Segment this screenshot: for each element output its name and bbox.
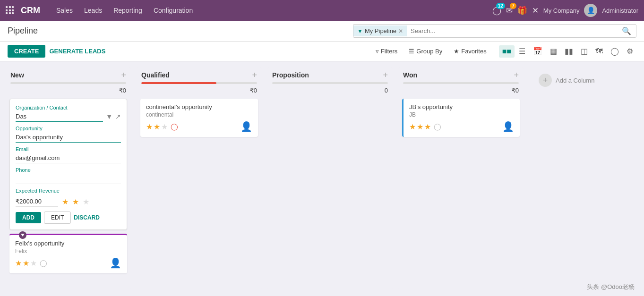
search-icon[interactable]: 🔍 bbox=[617, 26, 636, 35]
star-2[interactable]: ★ bbox=[72, 197, 79, 206]
location-view-button[interactable]: ◯ bbox=[607, 45, 622, 58]
column-qualified-progress bbox=[141, 82, 257, 84]
search-area: ▼ My Pipeline ✕ 🔍 bbox=[353, 24, 636, 38]
column-new: New + ₹0 Organization / Contact ▼ ↗ Oppo… bbox=[6, 67, 131, 290]
chat-icon[interactable]: ✉ 7 bbox=[506, 6, 513, 16]
continental-star-2[interactable]: ★ bbox=[154, 122, 160, 131]
column-qualified-amount: ₹0 bbox=[137, 86, 262, 97]
email-input[interactable] bbox=[16, 153, 121, 163]
jb-clock-icon: ◯ bbox=[434, 123, 441, 130]
topnav-right: ◯ 12 ✉ 7 🎁 ✕ My Company 👤 Administrator bbox=[492, 4, 638, 17]
search-filter-tag[interactable]: ▼ My Pipeline ✕ bbox=[353, 25, 407, 36]
phone-input[interactable] bbox=[16, 174, 121, 184]
edit-button[interactable]: EDIT bbox=[44, 211, 71, 224]
nav-leads[interactable]: Leads bbox=[79, 4, 107, 17]
kanban-view-button[interactable]: ■■ bbox=[499, 45, 515, 58]
column-new-add-btn[interactable]: + bbox=[121, 71, 126, 79]
email-label: Email bbox=[16, 146, 121, 152]
felix-avatar-icon: 👤 bbox=[110, 257, 121, 269]
jb-star-2[interactable]: ★ bbox=[417, 122, 423, 131]
clock-icon[interactable]: ◯ 12 bbox=[492, 6, 501, 16]
avatar[interactable]: 👤 bbox=[584, 4, 597, 17]
map-view-button[interactable]: 🗺 bbox=[592, 45, 606, 58]
app-logo[interactable]: CRM bbox=[21, 6, 40, 16]
continental-star-1[interactable]: ★ bbox=[146, 122, 153, 131]
graph-view-button[interactable]: ▮▮ bbox=[561, 45, 576, 58]
bar-view-button[interactable]: ◫ bbox=[577, 45, 591, 58]
org-contact-label: Organization / Contact bbox=[16, 105, 121, 110]
external-link-icon[interactable]: ↗ bbox=[115, 113, 121, 120]
filters-button[interactable]: ▿ Filters bbox=[373, 46, 400, 57]
close-icon[interactable]: ✕ bbox=[532, 6, 539, 16]
search-input[interactable] bbox=[407, 25, 617, 37]
felix-card-title: Felix's opportunity bbox=[15, 240, 121, 247]
nav-configuration[interactable]: Configuration bbox=[149, 4, 197, 17]
topnav: CRM Sales Leads Reporting Configuration … bbox=[0, 0, 644, 21]
bar-icon: ◫ bbox=[581, 47, 588, 55]
add-button[interactable]: ADD bbox=[16, 212, 41, 223]
groupby-button[interactable]: ☰ Group By bbox=[406, 46, 445, 57]
kanban-board: New + ₹0 Organization / Contact ▼ ↗ Oppo… bbox=[0, 61, 644, 296]
view-icons: ■■ ☰ 📅 ▦ ▮▮ ◫ 🗺 ◯ ⚙ bbox=[499, 45, 636, 58]
column-proposition-add-btn[interactable]: + bbox=[383, 71, 388, 79]
felix-card-subtitle: Felix bbox=[15, 248, 121, 254]
form-actions: ADD EDIT DISCARD bbox=[16, 211, 121, 224]
column-won-add-btn[interactable]: + bbox=[514, 71, 519, 79]
discard-button[interactable]: DISCARD bbox=[74, 214, 100, 221]
continental-card[interactable]: continental's opportunity continental ★ … bbox=[140, 99, 258, 137]
generate-leads-button[interactable]: GENERATE LEADS bbox=[49, 48, 105, 55]
favorites-star-icon: ★ bbox=[454, 48, 459, 55]
gift-icon[interactable]: 🎁 bbox=[517, 6, 527, 16]
filter-tag-close[interactable]: ✕ bbox=[398, 28, 403, 34]
phone-label: Phone bbox=[16, 167, 121, 173]
felix-star-2[interactable]: ★ bbox=[23, 259, 29, 268]
favorites-label: Favorites bbox=[461, 48, 486, 55]
breadcrumb: Pipeline bbox=[8, 26, 38, 36]
felix-card-footer: ★ ★ ★ ◯ 👤 bbox=[15, 257, 121, 269]
apps-grid-icon[interactable] bbox=[6, 6, 14, 15]
continental-star-3[interactable]: ★ bbox=[161, 122, 168, 131]
create-button[interactable]: CREATE bbox=[8, 45, 45, 58]
settings-view-button[interactable]: ⚙ bbox=[623, 45, 636, 58]
toolbar-left: CREATE GENERATE LEADS bbox=[8, 45, 105, 58]
continental-clock-icon: ◯ bbox=[171, 123, 178, 130]
revenue-input[interactable] bbox=[16, 196, 58, 207]
clock-badge: 12 bbox=[496, 3, 505, 9]
jb-card-footer: ★ ★ ★ ◯ 👤 bbox=[409, 121, 514, 132]
nav-reporting[interactable]: Reporting bbox=[109, 4, 147, 17]
felix-card[interactable]: Felix's opportunity Felix ★ ★ ★ ◯ 👤 bbox=[9, 234, 127, 273]
felix-stars: ★ ★ ★ ◯ bbox=[15, 259, 47, 268]
jb-stars: ★ ★ ★ ◯ bbox=[409, 122, 441, 131]
felix-star-3[interactable]: ★ bbox=[30, 259, 37, 268]
chat-badge: 7 bbox=[510, 3, 516, 9]
column-won-amount: ₹0 bbox=[398, 86, 524, 97]
felix-clock-icon: ◯ bbox=[40, 259, 47, 267]
calendar-view-button[interactable]: 📅 bbox=[530, 45, 546, 58]
pivot-icon: ▦ bbox=[550, 47, 557, 55]
toolbar-right: ▿ Filters ☰ Group By ★ Favorites ■■ ☰ 📅 … bbox=[373, 45, 636, 58]
kanban-icon: ■■ bbox=[502, 47, 511, 55]
column-qualified-add-btn[interactable]: + bbox=[252, 71, 257, 79]
add-column-area: + Add a Column bbox=[529, 67, 624, 290]
column-new-progress bbox=[10, 82, 126, 84]
company-name[interactable]: My Company bbox=[543, 7, 580, 14]
favorites-button[interactable]: ★ Favorites bbox=[451, 46, 489, 57]
felix-dot-icon bbox=[19, 231, 26, 239]
nav-sales[interactable]: Sales bbox=[52, 4, 77, 17]
star-3[interactable]: ★ bbox=[83, 197, 89, 206]
username[interactable]: Administrator bbox=[602, 7, 638, 14]
felix-star-1[interactable]: ★ bbox=[15, 259, 22, 268]
jb-star-1[interactable]: ★ bbox=[409, 122, 416, 131]
opportunity-input[interactable] bbox=[16, 132, 121, 143]
star-1[interactable]: ★ bbox=[62, 197, 69, 206]
calendar-icon: 📅 bbox=[533, 47, 542, 55]
jb-star-3[interactable]: ★ bbox=[424, 122, 431, 131]
org-contact-input[interactable] bbox=[16, 111, 103, 122]
pivot-view-button[interactable]: ▦ bbox=[547, 45, 560, 58]
jb-card[interactable]: JB's opportunity JB ★ ★ ★ ◯ 👤 bbox=[402, 99, 520, 137]
add-column-button[interactable]: + Add a Column bbox=[534, 71, 599, 90]
dropdown-icon[interactable]: ▼ bbox=[106, 113, 112, 120]
groupby-label: Group By bbox=[416, 48, 442, 55]
list-view-button[interactable]: ☰ bbox=[515, 45, 529, 58]
expected-revenue-label: Expected Revenue bbox=[16, 188, 121, 194]
